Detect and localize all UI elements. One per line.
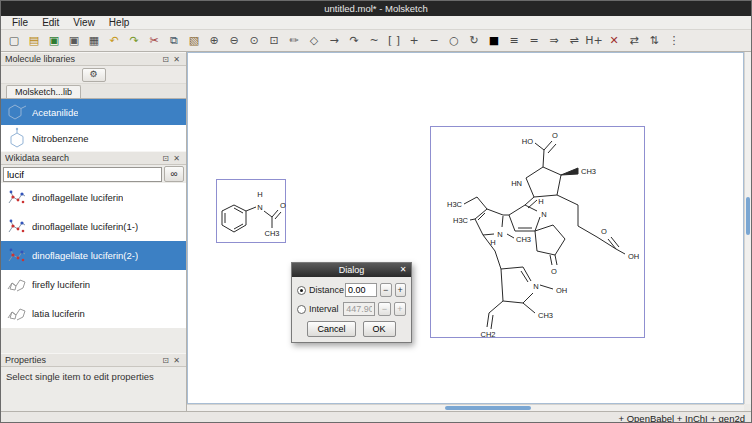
bond-width-icon[interactable]: ≡ <box>504 31 524 50</box>
print-icon[interactable]: ▦ <box>84 31 104 50</box>
float-panel-icon[interactable]: ⊡ <box>160 356 171 365</box>
float-panel-icon[interactable]: ⊡ <box>160 154 171 163</box>
float-panel-icon[interactable]: ⊡ <box>160 55 171 64</box>
toolbar-button-glyph: [ ] <box>388 35 400 46</box>
toolbar-button-glyph: ⇌ <box>569 35 578 46</box>
zoom-original-icon[interactable]: ⊙ <box>244 31 264 50</box>
paste-icon[interactable]: ▧ <box>184 31 204 50</box>
close-panel-icon[interactable]: ✕ <box>171 356 182 365</box>
wikidata-result-item[interactable]: firefly luciferin <box>1 270 186 299</box>
interval-radio[interactable] <box>297 305 306 314</box>
save-icon[interactable]: ▣ <box>44 31 64 50</box>
zoom-out-icon[interactable]: ⊖ <box>224 31 244 50</box>
menu-item[interactable]: View <box>66 16 102 29</box>
mechanism-arrow-tool-icon[interactable]: ↷ <box>344 31 364 50</box>
toolbar-button-glyph: ⋮ <box>669 35 680 46</box>
distance-radio[interactable] <box>297 286 306 295</box>
distance-decrement-button[interactable]: − <box>380 283 392 297</box>
toolbar-button-glyph: ▦ <box>89 35 99 46</box>
atom-label: HN <box>511 179 522 188</box>
result-label: latia luciferin <box>32 308 85 319</box>
new-document-icon[interactable]: ▢ <box>4 31 24 50</box>
distance-increment-button[interactable]: + <box>395 283 407 297</box>
atom-label: CH3 <box>264 229 279 238</box>
selection-box[interactable]: H N O CH3 <box>216 179 286 243</box>
interval-decrement-button[interactable]: − <box>378 302 390 316</box>
dialog-body: Distance − + Interval − + <box>292 277 411 342</box>
delete-tool-icon[interactable]: ✕ <box>604 31 624 50</box>
luciferin-molecule[interactable]: HO O CH3 HN H N H3C H3C N H CH3 O O OH <box>431 127 646 339</box>
atom-label: CH3 <box>581 167 596 176</box>
wikidata-result-item[interactable]: dinoflagellate luciferin(2-) <box>1 241 186 270</box>
interval-input[interactable] <box>343 302 375 316</box>
toolbar-button-glyph: ▧ <box>189 35 199 46</box>
library-options-button[interactable]: ⚙ <box>82 68 106 82</box>
flip-horizontal-icon[interactable]: ⇄ <box>624 31 644 50</box>
save-as-icon[interactable]: ▣ <box>64 31 84 50</box>
copy-icon[interactable]: ⧉ <box>164 31 184 50</box>
open-file-icon[interactable]: ▤ <box>24 31 44 50</box>
molecule-thumbnail-icon <box>6 127 28 149</box>
interval-increment-button[interactable]: + <box>394 302 406 316</box>
zoom-in-icon[interactable]: ⊕ <box>204 31 224 50</box>
wikidata-result-item[interactable]: latia luciferin <box>1 299 186 328</box>
ok-button[interactable]: OK <box>363 321 396 337</box>
menu-item[interactable]: File <box>5 16 35 29</box>
zoom-fit-icon[interactable]: ⊡ <box>264 31 284 50</box>
flip-vertical-icon[interactable]: ⇅ <box>644 31 664 50</box>
rotate-tool-icon[interactable]: ↻ <box>464 31 484 50</box>
atom-label: CH3 <box>516 235 531 244</box>
atom-label: CH3 <box>538 311 553 320</box>
undo-icon[interactable]: ↶ <box>104 31 124 50</box>
dialog-titlebar[interactable]: Dialog ✕ <box>292 263 411 277</box>
close-panel-icon[interactable]: ✕ <box>171 55 182 64</box>
menu-item[interactable]: Help <box>102 16 137 29</box>
toolbar-button-glyph: ✂ <box>149 35 158 46</box>
double-bond-icon[interactable]: = <box>524 31 544 50</box>
library-item[interactable]: Nitrobenzene <box>1 125 186 151</box>
selection-box[interactable]: HO O CH3 HN H N H3C H3C N H CH3 O O OH <box>430 126 645 338</box>
options-menu-icon[interactable]: ⋮ <box>664 31 684 50</box>
wikidata-result-item[interactable]: dinoflagellate luciferin(1-) <box>1 212 186 241</box>
color-picker-icon[interactable]: ■ <box>484 31 504 50</box>
plugin-status-text: + OpenBabel + InChI + gen2d <box>618 413 745 423</box>
close-panel-icon[interactable]: ✕ <box>171 154 182 163</box>
drawing-canvas[interactable]: H N O CH3 <box>187 52 744 404</box>
charge-minus-tool-icon[interactable]: − <box>424 31 444 50</box>
equilibrium-arrow-icon[interactable]: ⇌ <box>564 31 584 50</box>
distance-row: Distance − + <box>297 283 406 297</box>
lasso-tool-icon[interactable]: ~ <box>364 31 384 50</box>
library-item[interactable]: Acetanilide <box>1 99 186 125</box>
charge-plus-tool-icon[interactable]: + <box>404 31 424 50</box>
bracket-tool-icon[interactable]: [ ] <box>384 31 404 50</box>
dialog-title: Dialog <box>339 265 365 275</box>
vertical-scrollbar-thumb[interactable] <box>746 197 750 235</box>
draw-tool-icon[interactable]: ✏ <box>284 31 304 50</box>
close-icon[interactable]: ✕ <box>397 264 409 276</box>
molecule-libraries-title: Molecule libraries <box>5 54 160 64</box>
molecule-thumbnail-icon <box>6 216 28 238</box>
search-input[interactable] <box>3 167 162 182</box>
titlebar[interactable]: untitled.mol* - Molsketch <box>1 1 751 16</box>
vertical-scrollbar[interactable] <box>744 52 751 404</box>
reaction-arrow-tool-icon[interactable]: → <box>324 31 344 50</box>
tab-molsketch-lib[interactable]: Molsketch...lib <box>6 85 81 98</box>
cut-icon[interactable]: ✂ <box>144 31 164 50</box>
acetanilide-molecule[interactable]: H N O CH3 <box>217 180 287 244</box>
interval-label: Interval <box>309 304 340 314</box>
search-button[interactable]: ∞ <box>164 166 184 182</box>
horizontal-scrollbar-thumb[interactable] <box>445 406 531 410</box>
properties-panel: Properties ⊡ ✕ Select single item to edi… <box>1 353 186 411</box>
menu-item[interactable]: Edit <box>35 16 66 29</box>
ring-tool-icon[interactable]: ◇ <box>304 31 324 50</box>
distance-input[interactable] <box>345 283 377 297</box>
cyclohexane-ring-tool-icon[interactable]: ○ <box>444 31 464 50</box>
molecule-thumbnail-icon <box>6 303 28 325</box>
result-label: dinoflagellate luciferin(1-) <box>32 221 138 232</box>
redo-icon[interactable]: ↷ <box>124 31 144 50</box>
hydrogen-add-icon[interactable]: H+ <box>584 31 604 50</box>
cancel-button[interactable]: Cancel <box>307 321 355 337</box>
retro-arrow-icon[interactable]: ⇒ <box>544 31 564 50</box>
horizontal-scrollbar[interactable] <box>187 404 744 411</box>
wikidata-result-item[interactable]: dinoflagellate luciferin <box>1 183 186 212</box>
